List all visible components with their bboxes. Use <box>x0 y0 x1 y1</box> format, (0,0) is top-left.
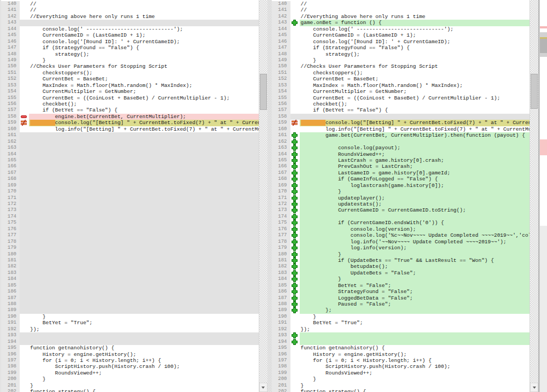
line-number[interactable]: 162 <box>1 139 20 145</box>
code-text[interactable] <box>300 339 530 345</box>
line-number[interactable]: 202 <box>1 389 20 392</box>
code-text[interactable]: MaxIndex = Math.floor(Math.random() * Ma… <box>300 83 530 89</box>
code-text[interactable]: } <box>300 376 530 382</box>
line-number[interactable]: 148 <box>272 51 290 57</box>
code-text[interactable]: RoundsViewed++; <box>300 151 530 157</box>
code-text[interactable] <box>29 295 259 301</box>
code-text[interactable]: function getnanohistory() { <box>29 345 259 351</box>
code-text[interactable]: LastCrash = game.history[0].crash; <box>300 157 530 163</box>
code-text[interactable]: function strategy() { <box>29 389 259 392</box>
line-number[interactable]: 161 <box>272 132 290 138</box>
line-number[interactable]: 149 <box>272 57 290 63</box>
line-number[interactable]: 155 <box>272 95 290 101</box>
code-text[interactable] <box>29 183 259 189</box>
code-text[interactable]: function strategy() { <box>300 389 530 392</box>
line-number[interactable]: 152 <box>272 76 290 82</box>
code-text[interactable]: CurrentMultiplier = GetNumber; <box>300 89 530 95</box>
code-text[interactable]: // <box>300 7 530 13</box>
code-text[interactable]: RoundsViewed++; <box>300 370 530 376</box>
pane-splitter[interactable] <box>267 0 272 392</box>
line-number[interactable]: 183 <box>272 270 290 276</box>
code-text[interactable] <box>29 226 259 232</box>
code-text[interactable] <box>29 20 259 26</box>
code-text[interactable]: History = engine.getHistory(); <box>300 352 530 358</box>
code-text[interactable] <box>29 176 259 182</box>
line-number[interactable]: 157 <box>1 107 20 113</box>
line-number[interactable]: 174 <box>1 214 20 220</box>
right-vertical-scrollbar[interactable] <box>529 0 538 392</box>
code-text[interactable]: StrategyFound = "False"; <box>300 289 530 295</box>
line-number[interactable]: 170 <box>1 189 20 195</box>
line-number[interactable]: 185 <box>272 283 290 289</box>
line-number[interactable]: 200 <box>272 376 290 382</box>
code-text[interactable] <box>29 170 259 176</box>
line-number[interactable]: 201 <box>1 383 20 389</box>
code-text[interactable] <box>29 283 259 289</box>
code-text[interactable]: checkstoppers(); <box>29 70 259 76</box>
line-number[interactable]: 186 <box>1 289 20 295</box>
line-number[interactable]: 183 <box>1 270 20 276</box>
code-text[interactable] <box>29 270 259 276</box>
code-text[interactable] <box>29 214 259 220</box>
code-text[interactable]: log.info("[Betting] " + CurrentBet.toFix… <box>300 126 530 132</box>
line-number[interactable]: 141 <box>272 7 290 13</box>
line-number[interactable]: 158 <box>1 114 20 120</box>
line-number[interactable]: 172 <box>272 201 290 207</box>
code-text[interactable]: if (UpdateBets == "True" && LastResult =… <box>300 258 530 264</box>
line-number[interactable]: 162 <box>272 139 290 145</box>
line-number[interactable]: 158 <box>272 114 290 120</box>
code-text[interactable] <box>29 276 259 282</box>
code-text[interactable]: } <box>29 314 259 320</box>
code-text[interactable] <box>29 332 259 338</box>
diff-navigation-bar[interactable] <box>539 0 547 392</box>
code-text[interactable]: } <box>29 57 259 63</box>
line-number[interactable]: 200 <box>1 376 20 382</box>
code-text[interactable]: function getnanohistory() { <box>300 345 530 351</box>
line-number[interactable]: 160 <box>272 126 290 132</box>
code-text[interactable] <box>300 332 530 338</box>
line-number[interactable]: 186 <box>272 289 290 295</box>
line-number[interactable]: 176 <box>1 226 20 232</box>
left-vertical-scrollbar[interactable] <box>259 0 267 392</box>
code-text[interactable]: CurrentGameID = (LastGameID + 1); <box>300 32 530 38</box>
code-text[interactable]: //Checks User Parameters for Stopping Sc… <box>300 63 530 69</box>
code-text[interactable]: LastGameID = game.history[0].gameId; <box>300 170 530 176</box>
code-text[interactable]: CurrentBet = ((CoinLost + BaseBet) / Cur… <box>300 95 530 101</box>
line-number[interactable]: 156 <box>1 101 20 107</box>
code-text[interactable]: console.log("[Betting] " + CurrentBet.to… <box>29 120 259 126</box>
line-number[interactable]: 147 <box>272 45 290 51</box>
line-number[interactable]: 171 <box>272 195 290 201</box>
code-text[interactable]: } <box>29 383 259 389</box>
code-text[interactable] <box>29 195 259 201</box>
line-number[interactable]: 151 <box>1 70 20 76</box>
line-number[interactable]: 161 <box>1 132 20 138</box>
code-text[interactable]: game.bet(CurrentBet, CurrentMultiplier).… <box>300 132 530 138</box>
code-text[interactable]: BetYet = "True"; <box>29 320 259 326</box>
code-text[interactable] <box>29 289 259 295</box>
code-text[interactable]: updateplayer(); <box>300 195 530 201</box>
code-text[interactable]: }; <box>300 307 530 313</box>
line-number[interactable]: 154 <box>1 89 20 95</box>
line-number[interactable]: 168 <box>1 176 20 182</box>
line-number[interactable]: 198 <box>272 364 290 370</box>
code-text[interactable]: strategy(); <box>300 51 530 57</box>
right-editor[interactable]: 140//141//142//Everything above here onl… <box>272 0 530 392</box>
code-text[interactable]: CurrentBet = BaseBet; <box>29 76 259 82</box>
line-number[interactable]: 167 <box>272 170 290 176</box>
line-number[interactable]: 159 <box>1 120 20 126</box>
line-number[interactable]: 148 <box>1 51 20 57</box>
code-text[interactable] <box>29 239 259 245</box>
code-text[interactable]: updatestats(); <box>300 201 530 207</box>
code-text[interactable]: CurrentBet = BaseBet; <box>300 76 530 82</box>
code-text[interactable]: } <box>300 189 530 195</box>
line-number[interactable]: 145 <box>272 32 290 38</box>
code-text[interactable] <box>29 220 259 226</box>
code-text[interactable]: } <box>300 276 530 282</box>
code-text[interactable]: if (GameInfoLogged == "False") { <box>300 176 530 182</box>
code-text[interactable] <box>29 157 259 163</box>
line-number[interactable]: 140 <box>1 1 20 7</box>
line-number[interactable]: 149 <box>1 57 20 63</box>
line-number[interactable]: 184 <box>272 276 290 282</box>
line-number[interactable]: 173 <box>272 207 290 213</box>
left-editor[interactable]: 140//141//142//Everything above here onl… <box>1 0 259 392</box>
